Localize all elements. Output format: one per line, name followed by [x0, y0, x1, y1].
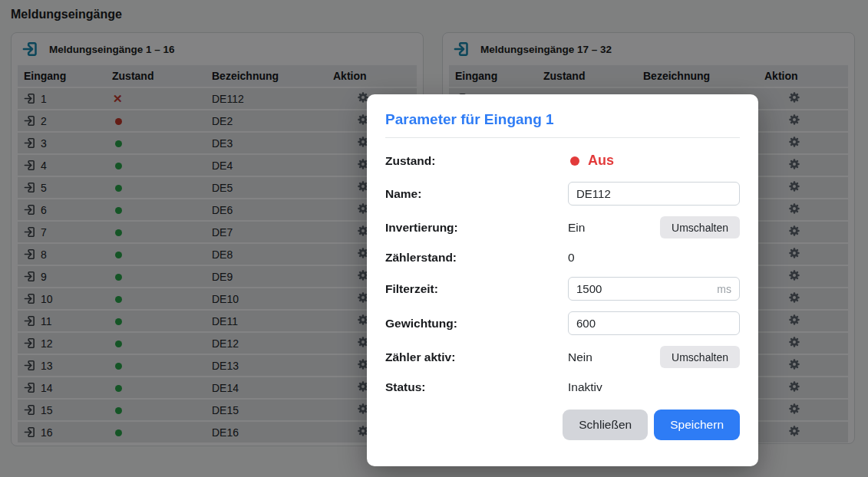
unit-label: ms: [717, 283, 731, 295]
field-label-zaehler-aktiv: Zähler aktiv:: [385, 350, 568, 364]
status-value: Aus: [588, 153, 614, 169]
field-label-status: Status:: [385, 380, 568, 394]
field-label-gewichtung: Gewichtung:: [385, 317, 568, 331]
close-button[interactable]: Schließen: [563, 410, 648, 440]
divider: [385, 137, 740, 138]
name-input[interactable]: [568, 182, 740, 206]
dialog-title: Parameter für Eingang 1: [385, 111, 740, 128]
zaehlerstand-value: 0: [568, 251, 575, 265]
save-button[interactable]: Speichern: [654, 410, 740, 440]
status-text-value: Inaktiv: [568, 380, 602, 394]
field-label-zustand: Zustand:: [385, 154, 568, 168]
field-label-filterzeit: Filterzeit:: [385, 282, 568, 296]
parameter-dialog: Parameter für Eingang 1 Zustand: Aus Nam…: [367, 94, 758, 466]
invertierung-toggle-button[interactable]: Umschalten: [660, 216, 740, 238]
filterzeit-input[interactable]: [568, 277, 740, 301]
field-label-invertierung: Invertierung:: [385, 221, 568, 235]
invertierung-value: Ein: [568, 221, 585, 235]
field-label-name: Name:: [385, 187, 568, 201]
zaehler-aktiv-value: Nein: [568, 350, 592, 364]
gewichtung-input[interactable]: [568, 311, 740, 335]
field-label-zaehlerstand: Zählerstand:: [385, 251, 568, 265]
status-dot-icon: [570, 156, 579, 166]
zaehler-aktiv-toggle-button[interactable]: Umschalten: [660, 346, 740, 368]
